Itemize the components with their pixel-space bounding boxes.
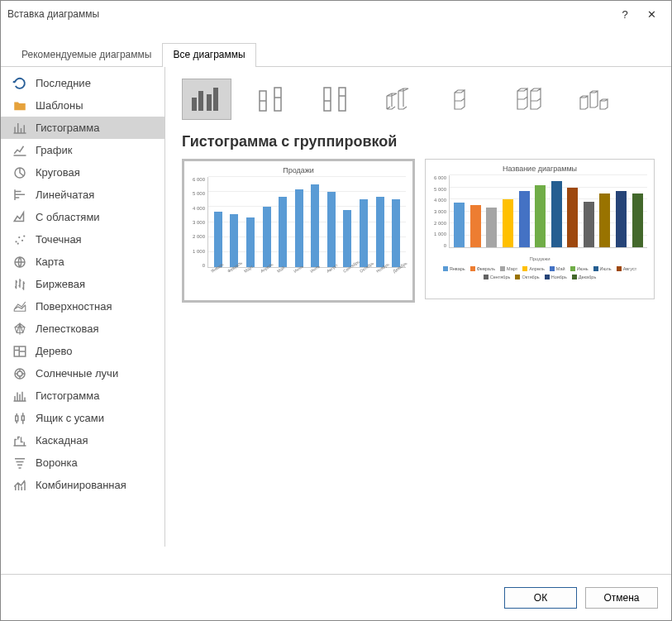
- sidebar-item-bar[interactable]: Линейчатая: [1, 184, 164, 206]
- svg-rect-13: [213, 88, 218, 111]
- sidebar-item-recent[interactable]: Последние: [1, 72, 164, 94]
- waterfall-chart-icon: [12, 433, 27, 448]
- subtype-3d-column[interactable]: [569, 79, 618, 120]
- bar-chart-icon: [12, 188, 27, 203]
- sidebar-item-label: Круговая: [36, 166, 80, 179]
- sidebar-item-column[interactable]: Гистограмма: [1, 117, 164, 139]
- svg-point-4: [23, 235, 25, 236]
- combo-chart-icon: [12, 478, 27, 493]
- sidebar-item-histogram[interactable]: Гистограмма: [1, 385, 164, 407]
- tab-recommended[interactable]: Рекомендуемые диаграммы: [11, 43, 162, 67]
- svg-point-5: [17, 242, 19, 244]
- svg-rect-11: [198, 91, 203, 111]
- sidebar-item-label: Солнечные лучи: [36, 367, 118, 380]
- sidebar-item-label: Точечная: [36, 233, 82, 246]
- sidebar-item-label: Гистограмма: [36, 389, 99, 402]
- map-chart-icon: [12, 255, 27, 270]
- title-bar: Вставка диаграммы ? ✕: [1, 1, 671, 27]
- sidebar-item-label: Биржевая: [36, 278, 85, 290]
- sidebar-item-label: График: [36, 144, 72, 156]
- treemap-chart-icon: [12, 344, 27, 359]
- area-chart-icon: [12, 210, 27, 225]
- svg-rect-16: [324, 88, 331, 111]
- subtype-clustered-column[interactable]: [182, 79, 231, 120]
- svg-point-9: [17, 371, 22, 376]
- sidebar-item-sunburst[interactable]: Солнечные лучи: [1, 362, 164, 385]
- close-button[interactable]: ✕: [638, 8, 665, 21]
- svg-rect-15: [274, 88, 281, 111]
- sidebar-item-label: Комбинированная: [36, 479, 126, 491]
- sidebar-item-templates[interactable]: Шаблоны: [1, 94, 164, 117]
- svg-rect-12: [207, 94, 212, 111]
- svg-rect-10: [192, 98, 197, 111]
- sidebar-item-label: Поверхностная: [36, 300, 112, 313]
- dialog-footer: ОК Отмена: [1, 574, 671, 620]
- sidebar-item-area[interactable]: С областями: [1, 206, 164, 228]
- subtype-3d-stacked[interactable]: [440, 79, 489, 120]
- sidebar-item-label: Карта: [36, 256, 64, 268]
- funnel-chart-icon: [12, 456, 27, 471]
- sidebar-item-waterfall[interactable]: Каскадная: [1, 429, 164, 451]
- column-chart-icon: [12, 121, 27, 136]
- tab-bar: Рекомендуемые диаграммы Все диаграммы: [1, 42, 671, 67]
- recent-icon: [12, 76, 27, 91]
- chart-legend: ЯнварьФевральМартАпрельМайИюньИюльАвгуст…: [432, 266, 647, 279]
- sidebar-item-surface[interactable]: Поверхностная: [1, 295, 164, 318]
- sidebar-item-label: Линейчатая: [36, 189, 94, 201]
- sidebar-item-label: Дерево: [36, 345, 72, 357]
- sidebar-item-label: Шаблоны: [36, 99, 83, 112]
- scatter-chart-icon: [12, 232, 27, 247]
- y-axis: 6 0005 0004 0003 0002 0001 0000: [432, 175, 449, 248]
- pie-chart-icon: [12, 165, 27, 180]
- sidebar-item-pie[interactable]: Круговая: [1, 161, 164, 184]
- sidebar-item-scatter[interactable]: Точечная: [1, 228, 164, 251]
- sidebar-item-line[interactable]: График: [1, 139, 164, 161]
- sidebar-item-funnel[interactable]: Воронка: [1, 451, 164, 474]
- sidebar-item-label: Воронка: [36, 456, 78, 469]
- mini-chart-2: 6 0005 0004 0003 0002 0001 0000: [432, 175, 647, 248]
- plot-area: [449, 175, 647, 248]
- sunburst-chart-icon: [12, 366, 27, 381]
- subtype-100stacked-column[interactable]: [311, 79, 360, 120]
- line-chart-icon: [12, 143, 27, 158]
- subtype-3d-clustered[interactable]: [375, 79, 425, 120]
- preview-title: Название диаграммы: [432, 165, 647, 173]
- sidebar-item-boxwhisker[interactable]: Ящик с усами: [1, 407, 164, 429]
- subtype-stacked-column[interactable]: [246, 79, 296, 120]
- sidebar-item-map[interactable]: Карта: [1, 251, 164, 273]
- svg-point-1: [15, 241, 17, 242]
- subtype-title: Гистограмма с группировкой: [182, 133, 655, 150]
- sidebar-item-treemap[interactable]: Дерево: [1, 340, 164, 362]
- stock-chart-icon: [12, 277, 27, 292]
- sidebar-item-label: Гистограмма: [36, 122, 99, 134]
- window-title: Вставка диаграммы: [7, 8, 612, 20]
- chart-type-sidebar: Последние Шаблоны Гистограмма График Кру…: [1, 67, 165, 547]
- sidebar-item-label: Лепестковая: [36, 322, 99, 335]
- content-area: Последние Шаблоны Гистограмма График Кру…: [1, 67, 671, 547]
- sidebar-item-radar[interactable]: Лепестковая: [1, 318, 164, 340]
- cancel-button[interactable]: Отмена: [585, 587, 658, 609]
- subtype-3d-100stacked[interactable]: [504, 79, 554, 120]
- help-button[interactable]: ?: [612, 8, 638, 21]
- plot-area: [207, 177, 406, 268]
- sidebar-item-combo[interactable]: Комбинированная: [1, 474, 164, 496]
- sidebar-item-label: Каскадная: [36, 434, 88, 447]
- histogram-chart-icon: [12, 389, 27, 404]
- y-axis: 6 0005 0004 0003 0002 0001 0000: [191, 177, 207, 268]
- ok-button[interactable]: ОК: [504, 587, 577, 609]
- preview-chart-1[interactable]: Продажи 6 0005 0004 0003 0002 0001 0000 …: [182, 159, 415, 303]
- sidebar-item-label: Ящик с усами: [36, 412, 104, 424]
- sidebar-item-stock[interactable]: Биржевая: [1, 273, 164, 295]
- boxwhisker-chart-icon: [12, 411, 27, 426]
- preview-chart-2[interactable]: Название диаграммы 6 0005 0004 0003 0002…: [425, 159, 655, 299]
- svg-rect-17: [339, 88, 346, 111]
- surface-chart-icon: [12, 299, 27, 314]
- sidebar-item-label: Последние: [36, 77, 91, 89]
- sidebar-item-label: С областями: [36, 211, 100, 223]
- tab-all[interactable]: Все диаграммы: [162, 43, 255, 67]
- x-axis-labels: ЯнварьФевральМартАпрельМайИюньИюльАвгуст…: [207, 270, 406, 275]
- main-panel: Гистограмма с группировкой Продажи 6 000…: [165, 67, 671, 547]
- x-axis-label: Продажи: [432, 256, 647, 261]
- radar-chart-icon: [12, 322, 27, 337]
- preview-title: Продажи: [191, 166, 406, 174]
